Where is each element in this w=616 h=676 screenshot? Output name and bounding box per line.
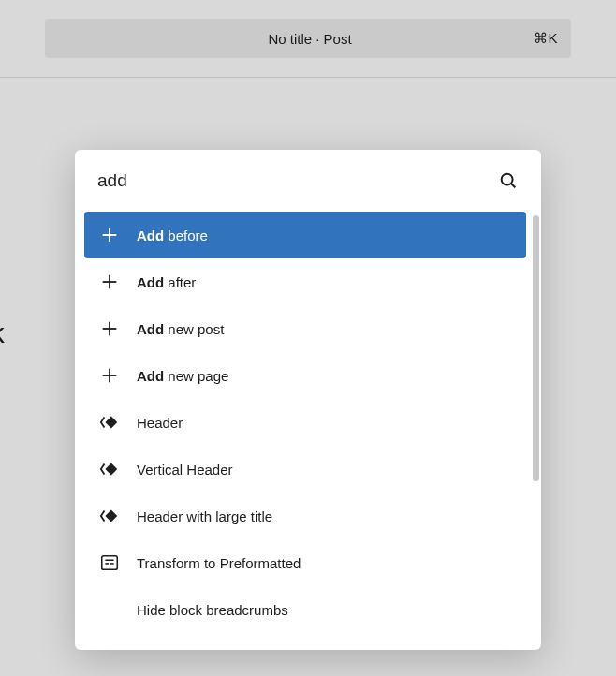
command-item[interactable]: Add new post <box>84 305 526 352</box>
svg-rect-13 <box>102 556 118 570</box>
search-icon <box>498 170 519 191</box>
command-item-label: Transform to Preformatted <box>137 555 301 571</box>
command-item-label: Add before <box>137 228 208 243</box>
header-icon <box>99 412 120 433</box>
command-item[interactable]: Header <box>84 399 526 446</box>
command-item[interactable]: Vertical Header <box>84 446 526 492</box>
search-input[interactable] <box>97 170 498 191</box>
command-item[interactable]: Add new page <box>84 352 526 399</box>
command-item-label: Vertical Header <box>137 462 233 478</box>
results-list: Add beforeAdd afterAdd new postAdd new p… <box>84 212 534 650</box>
scrollbar-thumb[interactable] <box>533 215 539 481</box>
header-icon <box>99 459 120 479</box>
command-palette: Add beforeAdd afterAdd new postAdd new p… <box>75 150 541 650</box>
command-item[interactable]: Hide block breadcrumbs <box>84 586 526 633</box>
plus-icon <box>99 318 120 339</box>
command-item[interactable]: Add before <box>84 212 526 258</box>
plus-icon <box>99 365 120 386</box>
command-item[interactable]: Transform to Preformatted <box>84 539 526 586</box>
svg-marker-12 <box>105 510 117 522</box>
results-container: Add beforeAdd afterAdd new postAdd new p… <box>75 212 541 650</box>
none-icon <box>99 599 120 620</box>
command-item-label: Header <box>137 415 183 431</box>
svg-point-0 <box>502 174 513 185</box>
svg-line-1 <box>511 184 515 187</box>
command-item[interactable]: Add after <box>84 258 526 305</box>
command-item-label: Hide block breadcrumbs <box>137 602 288 618</box>
search-row <box>75 150 541 212</box>
plus-icon <box>99 272 120 292</box>
command-item[interactable]: Header with large title <box>84 492 526 539</box>
command-item-label: Header with large title <box>137 508 272 524</box>
command-item-label: Add after <box>137 274 196 290</box>
command-item-label: Add new page <box>137 368 228 384</box>
command-item-label: Add new post <box>137 321 224 337</box>
svg-marker-10 <box>105 417 117 429</box>
header-icon <box>99 506 120 526</box>
plus-icon <box>99 225 120 245</box>
preformatted-icon <box>99 552 120 573</box>
svg-marker-11 <box>105 463 117 476</box>
